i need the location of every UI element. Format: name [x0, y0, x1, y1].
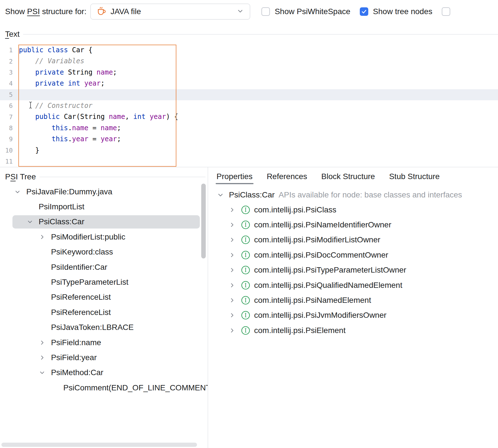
code-line-2[interactable]: 2 // Variables [0, 56, 498, 67]
tab-references[interactable]: References [267, 169, 307, 184]
tree-node-label[interactable]: PsiJavaToken:LBRACE [51, 323, 134, 332]
file-type-dropdown[interactable]: JAVA file [90, 4, 250, 19]
line-number: 9 [0, 136, 13, 143]
api-row-psitypeparameterlistowner[interactable]: Icom.intellij.psi.PsiTypeParameterListOw… [208, 263, 498, 278]
chevron-down-icon[interactable] [26, 218, 39, 225]
chevron-right-icon[interactable] [228, 251, 241, 259]
tab-stub-structure[interactable]: Stub Structure [389, 169, 440, 184]
chevron-right-icon[interactable] [38, 233, 51, 241]
chevron-right-icon[interactable] [228, 236, 241, 243]
tab-bar: PropertiesReferencesBlock StructureStub … [208, 169, 498, 184]
chevron-right-icon[interactable] [228, 282, 241, 289]
tree-node-label[interactable]: PsiTypeParameterList [51, 278, 128, 287]
tree-node-label[interactable]: PsiMethod:Car [51, 368, 103, 377]
tree-node-label[interactable]: PsiReferenceList [51, 293, 111, 302]
chevron-right-icon[interactable] [38, 339, 51, 346]
tree-node-label[interactable]: PsiKeyword:class [51, 247, 113, 256]
code-line-11[interactable]: 11 [0, 156, 498, 167]
api-row-psimodifierlistowner[interactable]: Icom.intellij.psi.PsiModifierListOwner [208, 232, 498, 247]
api-class-name[interactable]: com.intellij.psi.PsiTypeParameterListOwn… [254, 266, 406, 275]
tree-row-psijavatoken-lbrace[interactable]: PsiJavaToken:LBRACE [0, 320, 208, 335]
tree-row-psiidentifier-car[interactable]: PsiIdentifier:Car [0, 260, 208, 275]
horizontal-scrollbar-thumb[interactable] [1, 443, 197, 447]
api-class-name[interactable]: com.intellij.psi.PsiQualifiedNamedElemen… [254, 281, 402, 290]
tree-row-psitypeparameterlist[interactable]: PsiTypeParameterList [0, 275, 208, 290]
vertical-scrollbar-thumb[interactable] [201, 184, 206, 258]
tree-row-psifield-name[interactable]: PsiField:name [0, 335, 208, 350]
interface-icon: I [241, 250, 252, 260]
tree-node-label[interactable]: PsiClass:Car [39, 217, 85, 226]
tree-row-psireferencelist[interactable]: PsiReferenceList [0, 305, 208, 320]
chevron-right-icon[interactable] [228, 206, 241, 214]
api-row-psiclass[interactable]: Icom.intellij.psi.PsiClass [208, 202, 498, 217]
interface-icon: I [241, 280, 252, 290]
divider [40, 177, 205, 177]
psi-tree: PsiJavaFile:Dummy.javaPsiImportListPsiCl… [0, 184, 208, 395]
chevron-down-icon[interactable] [38, 369, 51, 376]
api-class-name[interactable]: com.intellij.psi.PsiNameIdentifierOwner [254, 220, 391, 229]
unchecked-checkbox[interactable] [261, 7, 270, 16]
java-file-icon [96, 6, 107, 17]
tree-row-psimodifierlist-public[interactable]: PsiModifierList:public [0, 229, 208, 244]
show-psi-structure-label: Show PSI structure for: [5, 7, 86, 16]
code-line-4[interactable]: 4 private int year; [0, 78, 498, 89]
chevron-down-icon[interactable] [216, 191, 229, 199]
tree-row-psiclass-car[interactable]: PsiClass:Car [0, 214, 208, 229]
checkbox-group-show-psiwhitespace: Show PsiWhiteSpace [261, 7, 350, 16]
line-number: 3 [0, 69, 13, 76]
unchecked-checkbox[interactable] [442, 7, 450, 16]
code-line-3[interactable]: 3 private String name; [0, 67, 498, 78]
tree-row-psikeyword-class[interactable]: PsiKeyword:class [0, 245, 208, 260]
api-class-name[interactable]: com.intellij.psi.PsiModifierListOwner [254, 235, 380, 244]
tree-row-psicomment-end-of-line-comment[interactable]: PsiComment(END_OF_LINE_COMMENT) [0, 380, 208, 395]
tree-node-label[interactable]: PsiField:year [51, 353, 97, 362]
api-row-psinamedelement[interactable]: Icom.intellij.psi.PsiNamedElement [208, 293, 498, 308]
code-line-8[interactable]: 8 this.name = name; [0, 123, 498, 134]
code-line-6[interactable]: 6 // Constructor [0, 100, 498, 111]
api-row-psijvmmodifiersowner[interactable]: Icom.intellij.psi.PsiJvmModifiersOwner [208, 308, 498, 323]
tab-block-structure[interactable]: Block Structure [321, 169, 375, 184]
tree-node-label[interactable]: PsiImportList [39, 202, 85, 211]
code-line-10[interactable]: 10 } [0, 145, 498, 156]
chevron-right-icon[interactable] [228, 312, 241, 319]
tree-node-label[interactable]: PsiModifierList:public [51, 232, 125, 242]
api-class-name[interactable]: com.intellij.psi.PsiClass [254, 205, 336, 214]
tree-row-psiimportlist[interactable]: PsiImportList [0, 199, 208, 214]
tree-node-label[interactable]: PsiField:name [51, 338, 101, 347]
api-row-psiqualifiednamedelement[interactable]: Icom.intellij.psi.PsiQualifiedNamedEleme… [208, 278, 498, 293]
checked-checkbox[interactable] [360, 7, 368, 16]
chevron-right-icon[interactable] [228, 327, 241, 334]
line-number: 7 [0, 114, 13, 121]
tree-node-label[interactable]: PsiReferenceList [51, 308, 111, 317]
code-editor[interactable]: 1public class Car {2 // Variables3 priva… [0, 45, 498, 167]
properties-header[interactable]: PsiClass:Car APIs available for node: ba… [208, 189, 498, 201]
chevron-right-icon[interactable] [228, 266, 241, 274]
tree-row-psifield-year[interactable]: PsiField:year [0, 350, 208, 365]
chevron-right-icon[interactable] [228, 221, 241, 229]
tree-node-label[interactable]: PsiJavaFile:Dummy.java [26, 187, 112, 196]
tree-row-psireferencelist[interactable]: PsiReferenceList [0, 290, 208, 305]
code-text: private String name; [19, 67, 117, 78]
code-line-7[interactable]: 7 public Car(String name, int year) { [0, 111, 498, 122]
api-row-psielement[interactable]: Icom.intellij.psi.PsiElement [208, 323, 498, 338]
api-row-psidoccommentowner[interactable]: Icom.intellij.psi.PsiDocCommentOwner [208, 247, 498, 262]
code-lines: 1public class Car {2 // Variables3 priva… [0, 45, 498, 167]
tree-row-psijavafile-dummy-java[interactable]: PsiJavaFile:Dummy.java [0, 184, 208, 199]
code-line-5[interactable]: 5 [0, 89, 498, 100]
chevron-right-icon[interactable] [228, 297, 241, 304]
checkbox-label[interactable]: Show PsiWhiteSpace [275, 7, 350, 16]
api-class-name[interactable]: com.intellij.psi.PsiNamedElement [254, 296, 371, 305]
api-class-name[interactable]: com.intellij.psi.PsiElement [254, 326, 346, 335]
checkbox-label[interactable]: Show tree nodes [373, 7, 432, 16]
api-row-psinameidentifierowner[interactable]: Icom.intellij.psi.PsiNameIdentifierOwner [208, 217, 498, 232]
tree-node-label[interactable]: PsiIdentifier:Car [51, 263, 107, 272]
code-line-9[interactable]: 9 this.year = year; [0, 134, 498, 145]
tree-node-label[interactable]: PsiComment(END_OF_LINE_COMMENT) [63, 383, 208, 392]
chevron-down-icon[interactable] [14, 188, 26, 195]
tab-properties[interactable]: Properties [216, 169, 253, 184]
tree-row-psimethod-car[interactable]: PsiMethod:Car [0, 365, 208, 380]
chevron-right-icon[interactable] [38, 354, 51, 361]
code-line-1[interactable]: 1public class Car { [0, 45, 498, 56]
api-class-name[interactable]: com.intellij.psi.PsiDocCommentOwner [254, 251, 388, 260]
api-class-name[interactable]: com.intellij.psi.PsiJvmModifiersOwner [254, 311, 386, 320]
